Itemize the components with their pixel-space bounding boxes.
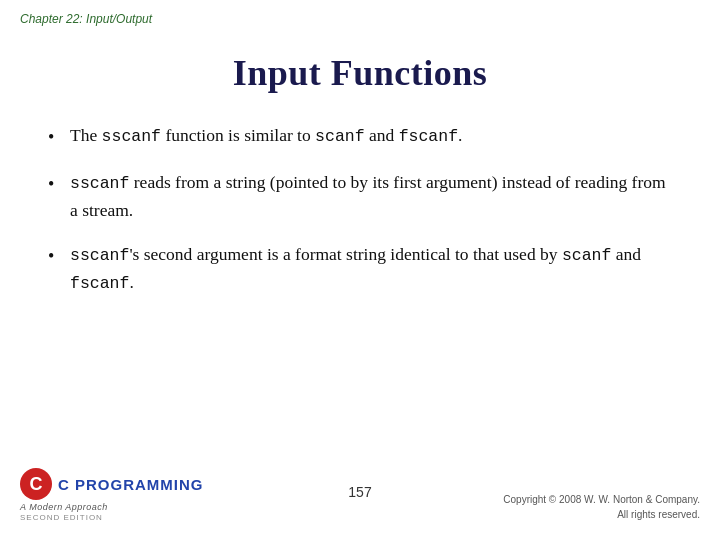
code-sscanf-1: sscanf bbox=[102, 127, 161, 146]
slide: Chapter 22: Input/Output Input Functions… bbox=[0, 0, 720, 540]
code-scanf-1: scanf bbox=[315, 127, 365, 146]
bullet-text-1: The sscanf function is similar to scanf … bbox=[70, 122, 672, 150]
code-scanf-2: scanf bbox=[562, 246, 612, 265]
logo-cprogramming: C C PROGRAMMING bbox=[20, 468, 204, 500]
code-sscanf-2: sscanf bbox=[70, 174, 129, 193]
bullet-item-1: • The sscanf function is similar to scan… bbox=[48, 122, 672, 151]
bullet-item-3: • sscanf's second argument is a format s… bbox=[48, 241, 672, 297]
code-sscanf-3: sscanf bbox=[70, 246, 129, 265]
bullet-item-2: • sscanf reads from a string (pointed to… bbox=[48, 169, 672, 223]
chapter-header: Chapter 22: Input/Output bbox=[20, 12, 152, 26]
logo-title: C PROGRAMMING bbox=[58, 476, 204, 493]
logo-c-circle: C bbox=[20, 468, 52, 500]
footer-copyright: Copyright © 2008 W. W. Norton & Company.… bbox=[503, 492, 700, 522]
bullet-text-2: sscanf reads from a string (pointed to b… bbox=[70, 169, 672, 223]
logo-subtitle: A Modern Approach bbox=[20, 502, 108, 512]
footer-logo: C C PROGRAMMING A Modern Approach SECOND… bbox=[20, 468, 204, 522]
code-fscanf-1: fscanf bbox=[399, 127, 458, 146]
bullet-dot-3: • bbox=[48, 241, 70, 270]
bullet-dot-1: • bbox=[48, 122, 70, 151]
bullet-text-3: sscanf's second argument is a format str… bbox=[70, 241, 672, 297]
content-area: • The sscanf function is similar to scan… bbox=[0, 112, 720, 335]
page-number: 157 bbox=[348, 484, 371, 500]
logo-edition: SECOND EDITION bbox=[20, 513, 103, 522]
footer: C C PROGRAMMING A Modern Approach SECOND… bbox=[0, 468, 720, 522]
code-fscanf-2: fscanf bbox=[70, 274, 129, 293]
bullet-dot-2: • bbox=[48, 169, 70, 198]
logo-c-letter: C bbox=[30, 474, 43, 495]
